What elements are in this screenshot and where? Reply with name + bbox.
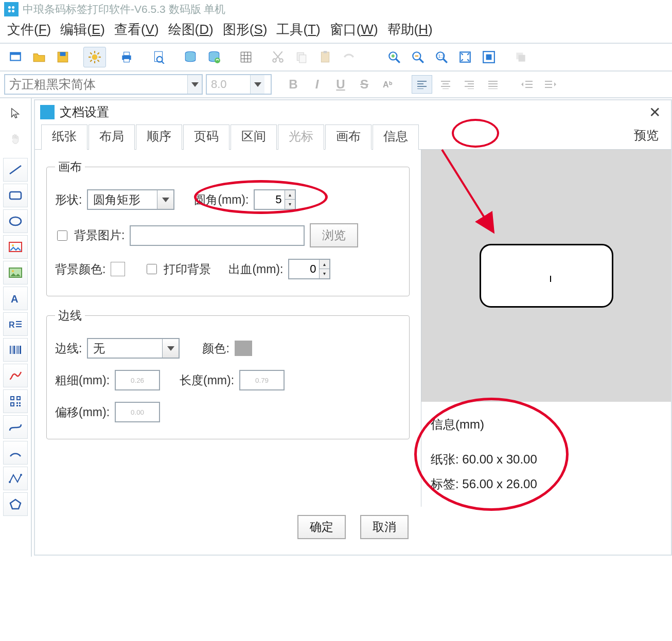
close-button[interactable]: ✕ (644, 104, 666, 121)
zoom-fit-icon[interactable] (454, 47, 476, 67)
line-tool-icon[interactable] (3, 158, 28, 182)
zoom-in-icon[interactable] (383, 47, 405, 67)
tab-cursor[interactable]: 光标 (278, 124, 324, 150)
length-input[interactable] (239, 370, 285, 390)
shape-select[interactable]: 圆角矩形 (87, 189, 174, 210)
svg-rect-93 (20, 346, 21, 354)
chevron-down-icon[interactable] (157, 190, 173, 209)
align-center-button[interactable] (435, 75, 456, 94)
svg-rect-1 (10, 52, 21, 55)
save-icon[interactable] (51, 47, 74, 67)
copy-icon[interactable] (290, 47, 313, 67)
browse-button[interactable]: 浏览 (310, 223, 358, 247)
chevron-down-icon[interactable] (162, 339, 179, 358)
bold-button[interactable]: B (283, 75, 304, 94)
qrcode-tool-icon[interactable] (3, 389, 28, 413)
spinner-down-icon[interactable]: ▾ (320, 269, 329, 278)
database-refresh-icon[interactable] (203, 47, 225, 67)
menu-tools[interactable]: 工具(T) (276, 21, 320, 39)
chevron-down-icon[interactable] (187, 75, 202, 94)
font-size-select[interactable] (206, 74, 272, 95)
svg-rect-35 (299, 55, 306, 63)
text-tool-icon[interactable]: A (3, 287, 28, 310)
delete-icon[interactable] (338, 47, 360, 67)
tab-range[interactable]: 区间 (231, 124, 277, 150)
italic-button[interactable]: I (307, 75, 327, 94)
arc-tool-icon[interactable] (3, 441, 28, 465)
border-color-swatch[interactable] (235, 341, 252, 356)
spinner-up-icon[interactable]: ▴ (285, 190, 295, 200)
image-tool-icon[interactable] (3, 261, 28, 284)
indent-icon[interactable] (540, 75, 561, 94)
open-icon[interactable] (28, 47, 50, 67)
grid-icon[interactable] (235, 47, 257, 67)
tab-info[interactable]: 信息 (373, 124, 419, 150)
menu-edit[interactable]: 编辑(E) (60, 21, 105, 39)
menu-draw[interactable]: 绘图(D) (168, 21, 214, 39)
bleed-input[interactable]: ▴▾ (288, 259, 330, 279)
tab-canvas[interactable]: 画布 (325, 124, 372, 150)
zoom-100-icon[interactable]: 1:1 (430, 47, 453, 67)
offset-input[interactable] (115, 402, 160, 422)
bg-image-path-input[interactable] (130, 225, 305, 246)
menu-file[interactable]: 文件(F) (7, 21, 51, 39)
paste-icon[interactable] (314, 47, 337, 67)
align-right-button[interactable] (459, 75, 480, 94)
align-left-button[interactable] (412, 75, 432, 94)
zoom-region-icon[interactable] (478, 47, 500, 67)
layers-icon[interactable] (509, 47, 532, 67)
font-family-input[interactable] (5, 75, 187, 94)
richtext-tool-icon[interactable]: R (3, 312, 28, 336)
bleed-value[interactable] (289, 262, 319, 276)
new-doc-icon[interactable] (4, 47, 27, 67)
tab-paper[interactable]: 纸张 (41, 124, 87, 150)
barcode-tool-icon[interactable] (3, 338, 28, 362)
underline-button[interactable]: U (330, 75, 351, 94)
tab-layout[interactable]: 布局 (89, 124, 135, 150)
menu-help[interactable]: 帮助(H) (387, 21, 433, 39)
corner-input[interactable]: ▴▾ (254, 189, 296, 210)
cancel-button[interactable]: 取消 (360, 515, 409, 539)
spinner-down-icon[interactable]: ▾ (285, 200, 295, 209)
preview-icon[interactable] (147, 47, 170, 67)
hand-tool-icon[interactable] (3, 127, 28, 151)
svg-rect-103 (11, 403, 13, 405)
rect-tool-icon[interactable] (3, 184, 28, 207)
zoom-out-icon[interactable] (406, 47, 429, 67)
bg-image-checkbox[interactable] (57, 230, 67, 241)
font-family-select[interactable] (4, 74, 203, 95)
cut-icon[interactable] (267, 47, 289, 67)
ellipse-tool-icon[interactable] (3, 209, 28, 233)
bezier-tool-icon[interactable] (3, 467, 28, 490)
font-size-input[interactable] (207, 75, 250, 94)
svg-rect-98 (19, 402, 21, 404)
tab-page[interactable]: 页码 (183, 124, 229, 150)
menu-shape[interactable]: 图形(S) (223, 21, 268, 39)
strike-button[interactable]: S (354, 75, 375, 94)
database-icon[interactable] (179, 47, 202, 67)
menu-window[interactable]: 窗口(W) (330, 21, 378, 39)
image-placeholder-tool-icon[interactable] (3, 235, 28, 259)
character-icon[interactable]: Aᵇ (378, 75, 398, 94)
chevron-down-icon[interactable] (250, 75, 264, 94)
svg-point-105 (20, 474, 22, 476)
print-icon[interactable] (115, 47, 138, 67)
menu-view[interactable]: 查看(V) (114, 21, 159, 39)
align-justify-button[interactable] (483, 75, 503, 94)
ok-button[interactable]: 确定 (297, 515, 346, 539)
svg-line-12 (90, 60, 92, 61)
polyline-tool-icon[interactable] (3, 364, 28, 387)
print-bg-checkbox[interactable] (147, 264, 157, 274)
curve-tool-icon[interactable] (3, 415, 28, 439)
bg-color-swatch[interactable] (111, 262, 125, 276)
settings-icon[interactable] (83, 47, 106, 67)
polygon-tool-icon[interactable] (3, 492, 28, 516)
thickness-input[interactable] (115, 370, 160, 390)
outdent-icon[interactable] (517, 75, 537, 94)
spinner-up-icon[interactable]: ▴ (320, 260, 329, 269)
pointer-tool-icon[interactable] (3, 101, 28, 125)
border-select[interactable]: 无 (87, 338, 180, 359)
tab-order[interactable]: 顺序 (136, 124, 182, 150)
svg-rect-102 (17, 397, 20, 399)
corner-value[interactable] (255, 193, 285, 206)
